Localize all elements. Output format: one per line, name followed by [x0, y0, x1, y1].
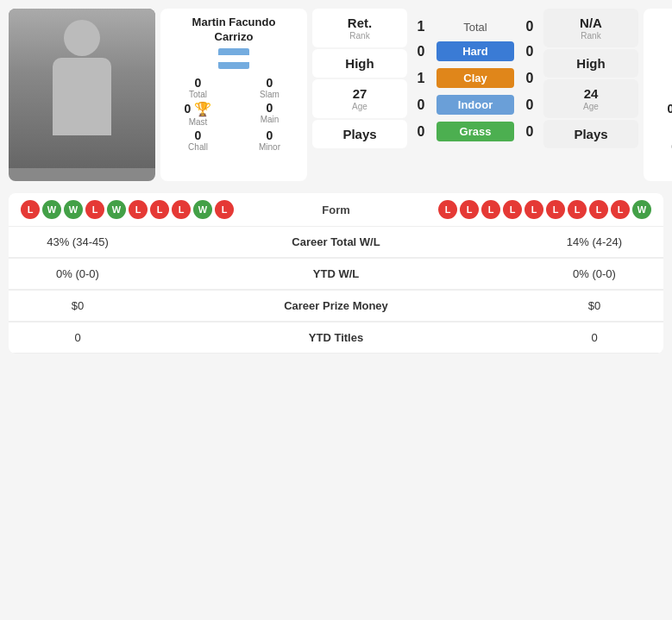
left-plays-panel: Plays [312, 120, 407, 148]
hard-left-score: 0 [412, 44, 430, 59]
form-badge-l: L [481, 200, 500, 219]
right-high-panel: High [543, 49, 638, 78]
left-silhouette-head [64, 20, 100, 56]
left-form-badges: LWWLWLLLWL [21, 200, 234, 219]
stats-label-1: YTD W/L [129, 267, 543, 280]
right-form-badges: LLLLLLLLLW [438, 200, 651, 219]
left-plays-value: Plays [317, 127, 402, 141]
left-high-value: High [317, 56, 402, 71]
stats-label-2: Career Prize Money [129, 299, 543, 312]
clay-left-score: 1 [412, 71, 430, 86]
left-main-value: 0 [267, 101, 273, 115]
stats-left-value-0: 43% (34-45) [26, 235, 129, 248]
left-slam-stat: 0 Slam [237, 76, 302, 99]
stats-row-3: 0YTD Titles0 [9, 323, 663, 354]
stats-label-0: Career Total W/L [129, 235, 543, 248]
right-age-panel: 24 Age [543, 79, 638, 118]
form-badge-l: L [503, 200, 522, 219]
stats-left-value-2: $0 [26, 299, 129, 312]
right-total-stat: 0 Total [649, 76, 672, 99]
stats-row-0: 43% (34-45)Career Total W/L14% (4-24) [9, 227, 663, 258]
form-badge-w: W [64, 200, 83, 219]
form-badge-l: L [438, 200, 457, 219]
stats-label-3: YTD Titles [129, 331, 543, 344]
left-minor-value: 0 [267, 128, 273, 142]
stats-left-value-1: 0% (0-0) [26, 267, 129, 280]
right-high-value: High [549, 56, 633, 71]
clay-right-score: 0 [521, 71, 538, 86]
form-badge-l: L [589, 200, 608, 219]
form-badge-l: L [129, 200, 148, 219]
form-badge-w: W [632, 200, 651, 219]
clay-row: 1 Clay 0 [412, 68, 538, 88]
form-badge-l: L [172, 200, 191, 219]
stats-rows-container: 43% (34-45)Career Total W/L14% (4-24)0% … [9, 227, 663, 354]
right-plays-value: Plays [549, 127, 633, 141]
form-badge-l: L [611, 200, 630, 219]
left-player-avatar-card [9, 9, 155, 181]
left-mast-value: 0 [185, 102, 192, 116]
left-player-avatar [9, 9, 155, 168]
left-player-name: Martin Facundo Carrizo [166, 16, 302, 45]
left-age-label: Age [317, 102, 402, 111]
hard-badge: Hard [436, 41, 514, 61]
left-player-info: Martin Facundo Carrizo 0 Total 0 Slam [160, 9, 307, 181]
left-flag-container [166, 48, 302, 69]
left-age-value: 27 [317, 86, 402, 101]
form-badge-w: W [193, 200, 212, 219]
grass-right-score: 0 [521, 124, 538, 140]
clay-badge: Clay [436, 68, 514, 88]
grass-badge: Grass [436, 122, 514, 141]
left-rank-panel: Ret. Rank [312, 9, 407, 47]
right-rank-value: N/A [549, 16, 633, 30]
total-row: 1 Total 0 [412, 19, 538, 34]
left-total-value: 0 [195, 76, 202, 90]
form-badge-l: L [568, 200, 587, 219]
form-badge-l: L [85, 200, 104, 219]
form-badge-w: W [107, 200, 126, 219]
stats-right-value-3: 0 [543, 331, 646, 344]
left-chall-value: 0 [195, 128, 202, 142]
form-badge-l: L [524, 200, 543, 219]
right-mast-stat: 0 🏆 Mast [649, 101, 672, 127]
indoor-right-score: 0 [521, 97, 538, 113]
right-age-value: 24 [549, 86, 633, 101]
left-high-panel: High [312, 49, 407, 78]
hard-right-score: 0 [521, 44, 538, 59]
stats-right-value-1: 0% (0-0) [543, 267, 646, 280]
right-chall-stat: 0 Chall [649, 128, 672, 152]
form-row: LWWLWLLLWL Form LLLLLLLLLW [9, 193, 663, 227]
left-silhouette-body [53, 58, 111, 135]
right-plays-panel: Plays [543, 120, 638, 148]
left-middle-section: Ret. Rank High 27 Age Plays [312, 9, 407, 181]
right-mast-value: 0 [668, 102, 672, 116]
right-flag-container [649, 48, 672, 69]
right-rank-panel: N/A Rank [543, 9, 638, 47]
indoor-row: 0 Indoor 0 [412, 95, 538, 115]
main-container: Martin Facundo Carrizo 0 Total 0 Slam [0, 0, 672, 354]
stats-right-value-2: $0 [543, 299, 646, 312]
form-badge-l: L [546, 200, 565, 219]
bottom-section: LWWLWLLLWL Form LLLLLLLLLW 43% (34-45)Ca… [9, 193, 663, 354]
left-chall-stat: 0 Chall [166, 128, 230, 152]
form-badge-l: L [150, 200, 169, 219]
form-badge-w: W [42, 200, 61, 219]
total-label: Total [436, 21, 514, 34]
right-player-info: Jhoel Quinonez 0 Total 0 Slam [644, 9, 672, 181]
left-minor-stat: 0 Minor [237, 128, 302, 152]
total-right-score: 0 [521, 19, 538, 34]
total-left-score: 1 [412, 19, 430, 34]
left-main-stat: 0 Main [237, 101, 302, 127]
form-badge-l: L [460, 200, 479, 219]
left-slam-label: Slam [260, 90, 279, 99]
stats-left-value-3: 0 [26, 331, 129, 344]
form-badge-l: L [21, 200, 40, 219]
left-main-label: Main [261, 115, 279, 124]
left-minor-label: Minor [259, 142, 280, 152]
grass-left-score: 0 [412, 124, 430, 140]
stats-right-value-0: 14% (4-24) [543, 235, 646, 248]
form-label: Form [322, 204, 350, 216]
left-flag-arg [218, 48, 249, 69]
right-player-name: Jhoel Quinonez [649, 16, 672, 45]
left-total-label: Total [189, 90, 207, 99]
